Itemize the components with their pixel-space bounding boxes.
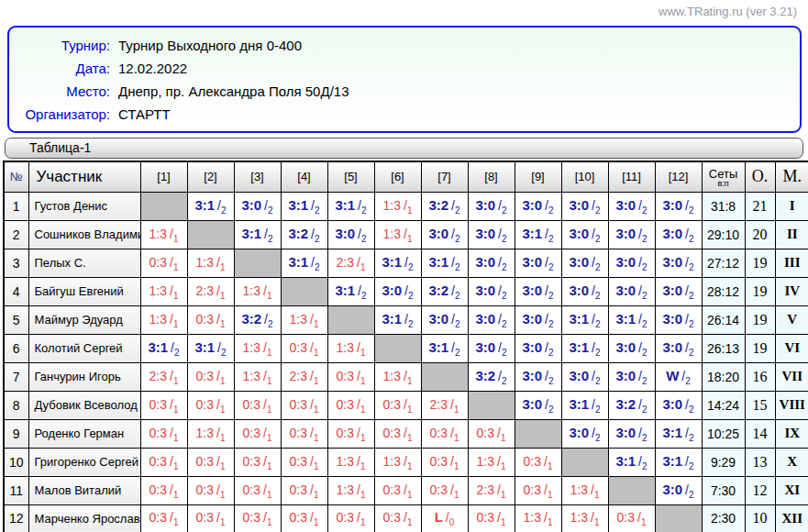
score-cell: 3:1/2: [515, 220, 561, 249]
score-cell: 3:0/2: [515, 249, 561, 277]
match-points-value: 2: [548, 405, 554, 415]
row-number: 5: [4, 305, 28, 334]
table-row: 4Байгуш Евгений1:3/12:3/11:3/13:1/23:0/2…: [4, 277, 808, 305]
match-score: 1:3: [149, 312, 167, 327]
diagonal-cell: [327, 305, 374, 334]
score-cell: 3:0/2: [655, 334, 702, 362]
match-points: /1: [404, 369, 412, 383]
match-points: /2: [685, 312, 693, 327]
match-score: 3:0: [569, 254, 589, 270]
match-points: /2: [358, 283, 366, 298]
match-points-value: 2: [595, 205, 601, 216]
match-points: /2: [638, 283, 647, 298]
score-cell: 3:0/2: [515, 362, 561, 391]
participant-name: Дубовик Всеволод: [28, 391, 140, 419]
match-score: 1:3: [243, 283, 260, 298]
match-score: 3:0: [522, 197, 542, 213]
col-header-round: [7]: [421, 161, 468, 192]
match-score: 3:1: [194, 197, 215, 213]
score-cell: 0:3/1: [468, 419, 515, 448]
col-header-round: [1]: [140, 161, 187, 192]
score-cell: 3:2/2: [421, 277, 468, 305]
match-points-value: 2: [595, 319, 601, 329]
score-cell: 0:3/1: [187, 504, 234, 532]
score-cell: 3:1/2: [187, 334, 234, 362]
score-cell: 3:0/2: [468, 277, 515, 305]
score-cell: 3:0/2: [515, 305, 561, 334]
sets-total: 26:14: [702, 305, 745, 334]
match-score: 1:3: [196, 255, 214, 270]
score-cell: 3:2/2: [468, 362, 515, 391]
match-score: 1:3: [337, 340, 354, 355]
match-score: 0:3: [149, 454, 167, 469]
match-score: 3:0: [335, 226, 355, 241]
match-score: 0:3: [196, 312, 214, 327]
match-points: /2: [592, 369, 600, 383]
match-score: 3:0: [615, 368, 636, 383]
score-cell: 0:3/1: [140, 504, 187, 532]
match-points-value: 1: [220, 319, 226, 329]
diagonal-cell: [468, 391, 515, 419]
score-cell: 3:0/2: [515, 277, 561, 305]
match-score: 3:0: [475, 311, 495, 327]
score-cell: 0:3/1: [281, 391, 327, 419]
score-cell: 3:2/2: [608, 391, 655, 419]
col-header-round: [9]: [515, 161, 561, 192]
score-cell: 1:3/1: [374, 362, 421, 391]
match-points-value: 2: [455, 262, 460, 272]
match-points-value: 1: [314, 319, 319, 329]
organizer-label: Организатор:: [9, 103, 110, 126]
match-points: /2: [592, 397, 600, 412]
score-cell: 3:0/2: [655, 391, 702, 419]
match-points-value: 2: [548, 291, 554, 301]
participant-name: Григоренко Сергей: [28, 448, 140, 476]
row-number: 8: [4, 391, 28, 419]
match-points: /1: [170, 312, 178, 327]
match-points-value: 1: [267, 490, 272, 500]
match-points: /1: [170, 255, 178, 270]
match-score: 3:0: [662, 254, 682, 270]
match-points-value: 2: [502, 376, 507, 386]
match-score: 2:3: [430, 397, 448, 412]
match-points-value: 1: [173, 291, 179, 301]
score-cell: 3:0/2: [561, 277, 608, 305]
row-number: 11: [4, 476, 28, 504]
col-header-round: [12]: [655, 161, 702, 192]
match-score: 3:1: [335, 283, 355, 298]
match-score: 1:3: [383, 198, 401, 213]
match-score: 3:0: [615, 425, 636, 440]
match-points-value: 2: [221, 205, 227, 216]
table-row: 9Роденко Герман0:3/11:3/10:3/10:3/10:3/1…: [4, 419, 808, 448]
match-score: 0:3: [617, 510, 635, 525]
match-score: 0:3: [196, 454, 214, 469]
match-points-value: 2: [685, 376, 691, 386]
table-row: 10Григоренко Сергей0:3/10:3/10:3/10:3/11…: [4, 448, 808, 476]
match-score: 3:0: [428, 311, 448, 327]
match-score: 3:0: [615, 283, 636, 298]
match-points: /2: [638, 227, 647, 241]
place-roman: V: [775, 305, 808, 334]
match-points: /1: [404, 227, 412, 241]
match-points: /2: [592, 283, 600, 298]
col-header-number: №: [4, 161, 28, 192]
match-points-value: 1: [220, 461, 226, 471]
match-score: 3:1: [615, 311, 636, 327]
match-score: 3:0: [569, 425, 589, 440]
match-points-value: 1: [314, 376, 319, 386]
score-cell: 1:3/1: [561, 504, 608, 532]
score-cell: 3:0/2: [608, 249, 655, 277]
table-row: 11Малов Виталий0:3/10:3/10:3/10:3/11:3/1…: [4, 476, 808, 504]
match-points: /2: [498, 227, 506, 241]
row-number: 6: [4, 334, 28, 362]
points-total: 19: [745, 334, 775, 362]
match-points-value: 2: [361, 205, 367, 216]
match-points-value: 1: [173, 376, 179, 386]
sets-total: 27:12: [702, 249, 745, 277]
match-points-value: 2: [689, 262, 694, 272]
sets-total: 31:8: [702, 192, 745, 220]
match-score: 0:3: [196, 510, 214, 525]
place-roman: I: [775, 192, 808, 220]
sets-total: 28:12: [702, 277, 745, 305]
score-cell: 0:3/1: [140, 448, 187, 476]
sets-total: 14:24: [702, 391, 745, 419]
